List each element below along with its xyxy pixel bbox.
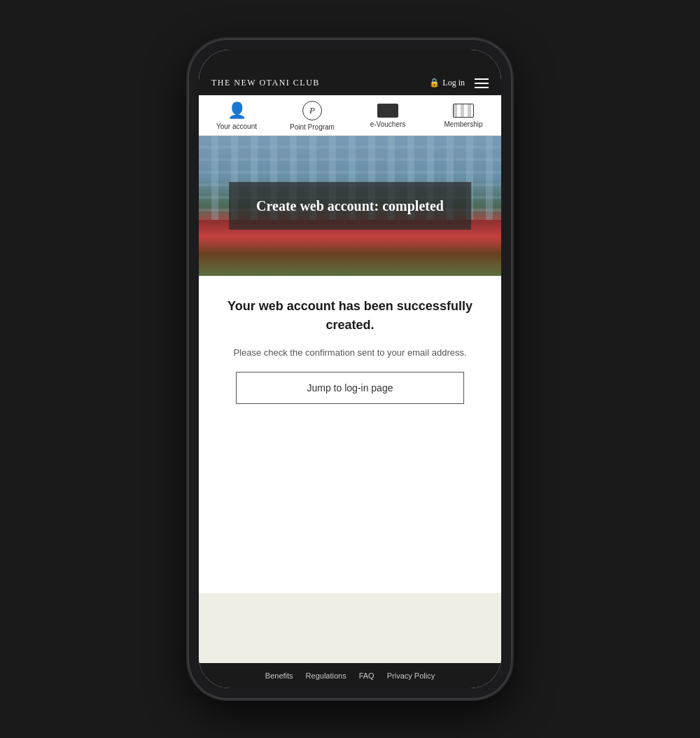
content-section: Your web account has been successfully c… (199, 276, 501, 593)
footer: Benefits Regulations FAQ Privacy Policy (199, 663, 501, 688)
login-link[interactable]: 🔒 Log in (429, 78, 465, 88)
footer-link-privacy-policy[interactable]: Privacy Policy (387, 671, 435, 680)
status-bar (199, 50, 501, 71)
tab-e-vouchers-label: e-Vouchers (370, 120, 406, 128)
hamburger-line-2 (475, 83, 489, 84)
membership-icon (453, 104, 474, 118)
hero-title: Create web account: completed (250, 196, 450, 216)
footer-link-faq[interactable]: FAQ (359, 671, 374, 680)
site-logo: THE NEW OTANI CLUB (211, 78, 320, 88)
hamburger-menu[interactable] (475, 78, 489, 88)
tab-bar: 👤 Your account P Point Program e-Voucher… (199, 95, 501, 136)
tab-point-program[interactable]: P Point Program (284, 101, 340, 131)
point-program-icon: P (302, 101, 322, 120)
hero-section: Create web account: completed (199, 136, 501, 276)
tab-membership-label: Membership (444, 120, 482, 128)
hamburger-line-1 (475, 78, 489, 80)
tab-point-program-label: Point Program (290, 123, 335, 131)
phone-screen: THE NEW OTANI CLUB 🔒 Log in 👤 Your accou… (199, 50, 501, 688)
beige-spacer (199, 593, 501, 663)
tab-your-account[interactable]: 👤 Your account (209, 102, 265, 130)
tab-e-vouchers[interactable]: e-Vouchers (360, 104, 416, 128)
footer-link-benefits[interactable]: Benefits (265, 671, 293, 680)
success-subtext: Please check the confirmation sent to yo… (233, 346, 466, 361)
nav-header: THE NEW OTANI CLUB 🔒 Log in (199, 71, 501, 95)
hero-overlay: Create web account: completed (229, 182, 471, 230)
jump-to-login-button[interactable]: Jump to log-in page (236, 372, 464, 404)
your-account-icon: 👤 (227, 102, 246, 120)
phone-frame: THE NEW OTANI CLUB 🔒 Log in 👤 Your accou… (189, 40, 511, 698)
lock-icon: 🔒 (429, 78, 440, 88)
nav-right: 🔒 Log in (429, 78, 489, 88)
footer-link-regulations[interactable]: Regulations (306, 671, 346, 680)
tab-membership[interactable]: Membership (435, 104, 491, 128)
e-vouchers-icon (377, 104, 398, 118)
tab-your-account-label: Your account (216, 123, 257, 130)
success-heading: Your web account has been successfully c… (216, 297, 484, 335)
hamburger-line-3 (475, 87, 489, 88)
